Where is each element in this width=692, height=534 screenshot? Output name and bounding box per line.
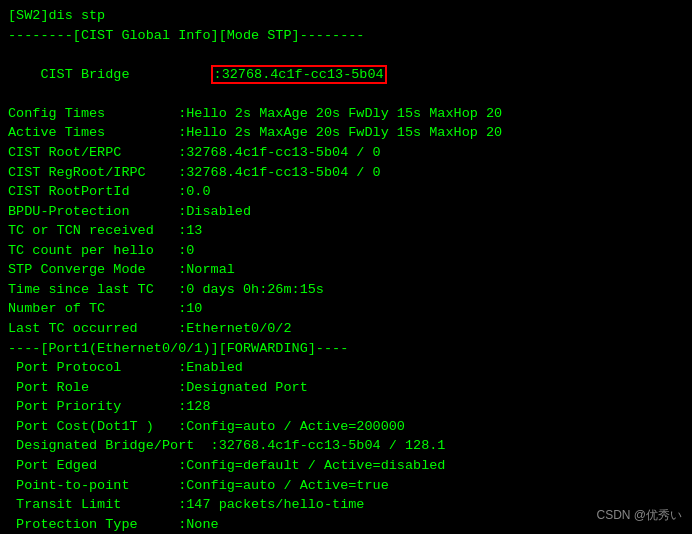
terminal-line-8: CIST RootPortId :0.0: [8, 182, 684, 202]
terminal-line-1: [SW2]dis stp: [8, 6, 684, 26]
terminal-line-16: ----[Port1(Ethernet0/0/1)][FORWARDING]--…: [8, 339, 684, 359]
terminal-line-7: CIST RegRoot/IRPC :32768.4c1f-cc13-5b04 …: [8, 163, 684, 183]
terminal-line-12: STP Converge Mode :Normal: [8, 260, 684, 280]
terminal-line-11: TC count per hello :0: [8, 241, 684, 261]
terminal-window: [SW2]dis stp --------[CIST Global Info][…: [0, 0, 692, 534]
terminal-line-19: Port Priority :128: [8, 397, 684, 417]
terminal-line-23: Point-to-point :Config=auto / Active=tru…: [8, 476, 684, 496]
terminal-line-6: CIST Root/ERPC :32768.4c1f-cc13-5b04 / 0: [8, 143, 684, 163]
terminal-line-25: Protection Type :None: [8, 515, 684, 534]
terminal-line-5: Active Times :Hello 2s MaxAge 20s FwDly …: [8, 123, 684, 143]
terminal-line-14: Number of TC :10: [8, 299, 684, 319]
cist-bridge-value: :32768.4c1f-cc13-5b04: [211, 65, 387, 84]
terminal-line-2: --------[CIST Global Info][Mode STP]----…: [8, 26, 684, 46]
terminal-line-4: Config Times :Hello 2s MaxAge 20s FwDly …: [8, 104, 684, 124]
terminal-line-24: Transit Limit :147 packets/hello-time: [8, 495, 684, 515]
terminal-line-10: TC or TCN received :13: [8, 221, 684, 241]
terminal-line-18: Port Role :Designated Port: [8, 378, 684, 398]
cist-bridge-label: CIST Bridge: [40, 67, 210, 82]
watermark: CSDN @优秀い: [596, 507, 682, 524]
terminal-line-9: BPDU-Protection :Disabled: [8, 202, 684, 222]
terminal-line-13: Time since last TC :0 days 0h:26m:15s: [8, 280, 684, 300]
terminal-line-22: Port Edged :Config=default / Active=disa…: [8, 456, 684, 476]
terminal-line-17: Port Protocol :Enabled: [8, 358, 684, 378]
terminal-line-3: CIST Bridge :32768.4c1f-cc13-5b04: [8, 45, 684, 104]
terminal-line-15: Last TC occurred :Ethernet0/0/2: [8, 319, 684, 339]
terminal-line-21: Designated Bridge/Port :32768.4c1f-cc13-…: [8, 436, 684, 456]
terminal-line-20: Port Cost(Dot1T ) :Config=auto / Active=…: [8, 417, 684, 437]
